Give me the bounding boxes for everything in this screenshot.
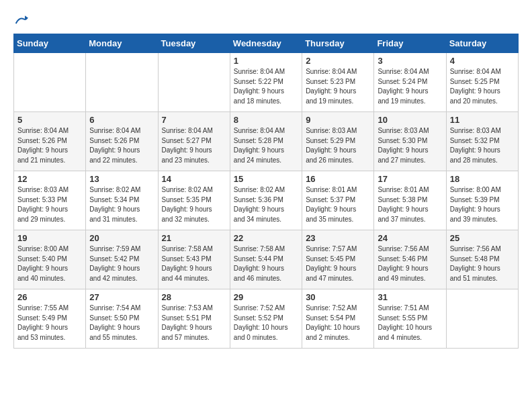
calendar-cell: 20Sunrise: 7:59 AM Sunset: 5:42 PM Dayli… <box>86 230 158 289</box>
day-info: Sunrise: 8:04 AM Sunset: 5:23 PM Dayligh… <box>306 67 370 106</box>
day-info: Sunrise: 7:59 AM Sunset: 5:42 PM Dayligh… <box>89 244 154 283</box>
weekday-saturday: Saturday <box>446 34 518 53</box>
weekday-tuesday: Tuesday <box>158 34 230 53</box>
calendar-cell: 10Sunrise: 8:03 AM Sunset: 5:30 PM Dayli… <box>374 112 446 171</box>
calendar-cell: 21Sunrise: 7:58 AM Sunset: 5:43 PM Dayli… <box>158 230 230 289</box>
day-number: 22 <box>234 233 298 243</box>
day-number: 18 <box>450 174 515 184</box>
logo-wrapper <box>13 13 28 27</box>
day-info: Sunrise: 7:56 AM Sunset: 5:48 PM Dayligh… <box>450 244 515 283</box>
week-row-2: 5Sunrise: 8:04 AM Sunset: 5:26 PM Daylig… <box>14 112 519 171</box>
day-number: 16 <box>306 174 370 184</box>
day-info: Sunrise: 8:03 AM Sunset: 5:32 PM Dayligh… <box>450 126 515 165</box>
calendar-cell: 18Sunrise: 8:00 AM Sunset: 5:39 PM Dayli… <box>446 171 518 230</box>
day-number: 9 <box>306 115 370 125</box>
day-number: 19 <box>17 233 82 243</box>
day-info: Sunrise: 8:04 AM Sunset: 5:26 PM Dayligh… <box>17 126 82 165</box>
logo <box>13 13 28 27</box>
calendar-cell: 16Sunrise: 8:01 AM Sunset: 5:37 PM Dayli… <box>302 171 374 230</box>
calendar-cell: 9Sunrise: 8:03 AM Sunset: 5:29 PM Daylig… <box>302 112 374 171</box>
day-info: Sunrise: 7:58 AM Sunset: 5:44 PM Dayligh… <box>234 244 298 283</box>
day-info: Sunrise: 8:04 AM Sunset: 5:27 PM Dayligh… <box>162 126 226 165</box>
calendar-cell: 30Sunrise: 7:52 AM Sunset: 5:54 PM Dayli… <box>302 289 374 349</box>
calendar-cell: 22Sunrise: 7:58 AM Sunset: 5:44 PM Dayli… <box>230 230 302 289</box>
day-info: Sunrise: 7:55 AM Sunset: 5:49 PM Dayligh… <box>17 304 82 342</box>
day-number: 21 <box>162 233 226 243</box>
logo-icon <box>15 13 28 27</box>
day-info: Sunrise: 8:01 AM Sunset: 5:37 PM Dayligh… <box>306 185 370 224</box>
day-info: Sunrise: 8:02 AM Sunset: 5:36 PM Dayligh… <box>234 185 298 224</box>
calendar-cell: 4Sunrise: 8:04 AM Sunset: 5:25 PM Daylig… <box>446 53 518 112</box>
day-info: Sunrise: 8:00 AM Sunset: 5:40 PM Dayligh… <box>17 244 82 283</box>
day-number: 30 <box>306 292 370 302</box>
day-info: Sunrise: 8:04 AM Sunset: 5:24 PM Dayligh… <box>378 67 442 106</box>
day-info: Sunrise: 7:57 AM Sunset: 5:45 PM Dayligh… <box>306 244 370 283</box>
day-info: Sunrise: 8:03 AM Sunset: 5:29 PM Dayligh… <box>306 126 370 165</box>
day-number: 10 <box>378 115 442 125</box>
day-number: 20 <box>89 233 154 243</box>
week-row-1: 1Sunrise: 8:04 AM Sunset: 5:22 PM Daylig… <box>14 53 519 112</box>
day-number: 15 <box>234 174 298 184</box>
day-info: Sunrise: 8:04 AM Sunset: 5:25 PM Dayligh… <box>450 67 515 106</box>
day-info: Sunrise: 7:53 AM Sunset: 5:51 PM Dayligh… <box>162 304 226 342</box>
calendar-cell: 5Sunrise: 8:04 AM Sunset: 5:26 PM Daylig… <box>14 112 86 171</box>
calendar-cell: 2Sunrise: 8:04 AM Sunset: 5:23 PM Daylig… <box>302 53 374 112</box>
day-info: Sunrise: 8:02 AM Sunset: 5:35 PM Dayligh… <box>162 185 226 224</box>
day-info: Sunrise: 7:56 AM Sunset: 5:46 PM Dayligh… <box>378 244 442 283</box>
calendar-cell: 12Sunrise: 8:03 AM Sunset: 5:33 PM Dayli… <box>14 171 86 230</box>
day-number: 6 <box>89 115 154 125</box>
calendar-cell <box>446 289 518 349</box>
day-info: Sunrise: 8:04 AM Sunset: 5:26 PM Dayligh… <box>89 126 154 165</box>
day-info: Sunrise: 8:03 AM Sunset: 5:30 PM Dayligh… <box>378 126 442 165</box>
day-number: 4 <box>450 56 515 66</box>
day-number: 24 <box>378 233 442 243</box>
calendar-cell <box>158 53 230 112</box>
calendar-cell: 17Sunrise: 8:01 AM Sunset: 5:38 PM Dayli… <box>374 171 446 230</box>
day-info: Sunrise: 8:04 AM Sunset: 5:22 PM Dayligh… <box>234 67 298 106</box>
calendar-cell: 13Sunrise: 8:02 AM Sunset: 5:34 PM Dayli… <box>86 171 158 230</box>
day-info: Sunrise: 7:58 AM Sunset: 5:43 PM Dayligh… <box>162 244 226 283</box>
calendar-cell: 23Sunrise: 7:57 AM Sunset: 5:45 PM Dayli… <box>302 230 374 289</box>
calendar-cell <box>14 53 86 112</box>
weekday-wednesday: Wednesday <box>230 34 302 53</box>
day-number: 31 <box>378 292 442 302</box>
calendar-cell: 3Sunrise: 8:04 AM Sunset: 5:24 PM Daylig… <box>374 53 446 112</box>
calendar-cell: 27Sunrise: 7:54 AM Sunset: 5:50 PM Dayli… <box>86 289 158 349</box>
day-number: 17 <box>378 174 442 184</box>
calendar-cell: 26Sunrise: 7:55 AM Sunset: 5:49 PM Dayli… <box>14 289 86 349</box>
day-number: 1 <box>234 56 298 66</box>
day-number: 14 <box>162 174 226 184</box>
logo-top <box>13 13 28 27</box>
header <box>13 13 519 27</box>
calendar-cell: 8Sunrise: 8:04 AM Sunset: 5:28 PM Daylig… <box>230 112 302 171</box>
day-number: 7 <box>162 115 226 125</box>
calendar-cell: 15Sunrise: 8:02 AM Sunset: 5:36 PM Dayli… <box>230 171 302 230</box>
calendar-cell: 14Sunrise: 8:02 AM Sunset: 5:35 PM Dayli… <box>158 171 230 230</box>
calendar-cell: 19Sunrise: 8:00 AM Sunset: 5:40 PM Dayli… <box>14 230 86 289</box>
calendar-cell: 25Sunrise: 7:56 AM Sunset: 5:48 PM Dayli… <box>446 230 518 289</box>
day-number: 25 <box>450 233 515 243</box>
day-number: 12 <box>17 174 82 184</box>
day-info: Sunrise: 7:52 AM Sunset: 5:52 PM Dayligh… <box>234 304 298 342</box>
calendar-cell: 24Sunrise: 7:56 AM Sunset: 5:46 PM Dayli… <box>374 230 446 289</box>
weekday-header-row: SundayMondayTuesdayWednesdayThursdayFrid… <box>14 34 519 53</box>
calendar-cell: 6Sunrise: 8:04 AM Sunset: 5:26 PM Daylig… <box>86 112 158 171</box>
day-number: 5 <box>17 115 82 125</box>
day-number: 3 <box>378 56 442 66</box>
calendar-cell: 11Sunrise: 8:03 AM Sunset: 5:32 PM Dayli… <box>446 112 518 171</box>
day-info: Sunrise: 8:03 AM Sunset: 5:33 PM Dayligh… <box>17 185 82 224</box>
day-info: Sunrise: 8:00 AM Sunset: 5:39 PM Dayligh… <box>450 185 515 224</box>
day-info: Sunrise: 7:54 AM Sunset: 5:50 PM Dayligh… <box>89 304 154 342</box>
calendar-cell: 29Sunrise: 7:52 AM Sunset: 5:52 PM Dayli… <box>230 289 302 349</box>
day-number: 26 <box>17 292 82 302</box>
weekday-monday: Monday <box>86 34 158 53</box>
weekday-sunday: Sunday <box>14 34 86 53</box>
day-number: 28 <box>162 292 226 302</box>
day-number: 27 <box>89 292 154 302</box>
calendar-cell: 1Sunrise: 8:04 AM Sunset: 5:22 PM Daylig… <box>230 53 302 112</box>
day-number: 8 <box>234 115 298 125</box>
week-row-4: 19Sunrise: 8:00 AM Sunset: 5:40 PM Dayli… <box>14 230 519 289</box>
day-number: 23 <box>306 233 370 243</box>
weekday-thursday: Thursday <box>302 34 374 53</box>
calendar-cell: 28Sunrise: 7:53 AM Sunset: 5:51 PM Dayli… <box>158 289 230 349</box>
